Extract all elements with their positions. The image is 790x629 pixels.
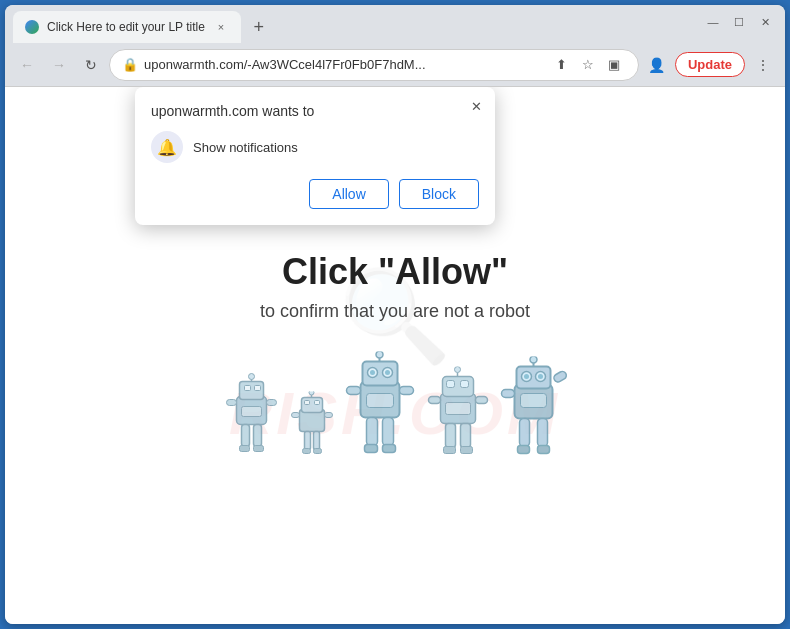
robot-5 [499,356,569,461]
svg-rect-62 [553,370,568,383]
svg-rect-7 [267,399,277,405]
robot-1 [222,371,282,461]
toolbar-right: 👤 Update ⋮ [643,51,777,79]
bell-icon: 🔔 [151,131,183,163]
popup-title: uponwarmth.com wants to [151,103,479,119]
block-button[interactable]: Block [399,179,479,209]
svg-rect-23 [303,448,311,453]
svg-rect-34 [400,386,414,394]
svg-point-60 [530,356,537,363]
svg-rect-3 [255,385,261,390]
svg-rect-9 [254,424,262,446]
svg-rect-49 [461,423,471,447]
forward-button[interactable]: → [45,51,73,79]
svg-rect-42 [447,380,455,387]
svg-rect-19 [292,412,300,417]
svg-rect-61 [502,389,515,397]
url-actions: ⬆ ☆ ▣ [550,53,626,77]
svg-rect-63 [520,418,530,446]
title-bar: Click Here to edit your LP title × + — ☐… [5,5,785,43]
svg-point-5 [249,373,255,379]
svg-point-30 [385,370,390,375]
url-text: uponwarmth.com/-Aw3WCcel4l7Fr0Fb0F7hdM..… [144,57,544,72]
svg-rect-47 [476,396,488,403]
popup-close-button[interactable]: ✕ [465,95,487,117]
svg-point-29 [370,370,375,375]
svg-rect-64 [538,418,548,446]
svg-rect-11 [254,445,264,451]
svg-rect-8 [242,424,250,446]
svg-rect-35 [367,417,378,445]
popup-buttons: Allow Block [151,179,479,209]
svg-rect-6 [227,399,237,405]
page-subheading: to confirm that you are not a robot [222,300,569,321]
notification-popup: uponwarmth.com wants to ✕ 🔔 Show notific… [135,87,495,225]
window-controls: — ☐ ✕ [701,10,777,38]
svg-rect-33 [347,386,361,394]
svg-rect-36 [383,417,394,445]
svg-rect-21 [305,431,311,449]
svg-rect-22 [314,431,320,449]
page-content: 🔍 RISH.COM uponwarmth.com wants to ✕ 🔔 S… [5,87,785,624]
tab-close-button[interactable]: × [213,19,229,35]
svg-rect-52 [446,402,471,414]
maximize-button[interactable]: ☐ [727,10,751,34]
svg-rect-38 [383,444,396,452]
share-icon[interactable]: ⬆ [550,53,574,77]
update-button[interactable]: Update [675,52,745,77]
lock-icon: 🔒 [122,57,138,72]
robot-3 [343,351,418,461]
svg-point-58 [538,374,543,379]
svg-rect-12 [242,406,262,416]
svg-rect-10 [240,445,250,451]
back-button[interactable]: ← [13,51,41,79]
robot-4 [426,366,491,461]
url-bar[interactable]: 🔒 uponwarmth.com/-Aw3WCcel4l7Fr0Fb0F7hdM… [109,49,639,81]
svg-point-45 [455,366,461,372]
more-menu-icon[interactable]: ⋮ [749,51,777,79]
svg-rect-15 [305,400,310,404]
svg-rect-20 [325,412,333,417]
robot-2 [290,391,335,461]
svg-rect-24 [314,448,322,453]
svg-point-18 [309,391,314,395]
bookmark-icon[interactable]: ☆ [576,53,600,77]
extensions-icon[interactable]: ▣ [602,53,626,77]
page-heading: Click "Allow" [222,250,569,292]
tab-title: Click Here to edit your LP title [47,20,205,34]
browser-window: Click Here to edit your LP title × + — ☐… [5,5,785,624]
popup-notification-text: Show notifications [193,140,298,155]
svg-point-57 [524,374,529,379]
reload-button[interactable]: ↻ [77,51,105,79]
allow-button[interactable]: Allow [309,179,388,209]
svg-point-32 [376,351,383,358]
svg-rect-39 [367,393,394,407]
profile-icon[interactable]: 👤 [643,51,671,79]
svg-rect-66 [538,445,550,453]
browser-tab[interactable]: Click Here to edit your LP title × [13,11,241,43]
svg-rect-51 [461,446,473,453]
page-main-content: Click "Allow" to confirm that you are no… [222,250,569,461]
tab-strip: Click Here to edit your LP title × + [13,5,701,43]
new-tab-button[interactable]: + [245,13,273,41]
svg-rect-46 [429,396,441,403]
minimize-button[interactable]: — [701,10,725,34]
robots-illustration [222,351,569,461]
svg-rect-16 [315,400,320,404]
svg-rect-14 [302,397,323,412]
tab-favicon [25,20,39,34]
svg-rect-2 [245,385,251,390]
svg-rect-43 [461,380,469,387]
svg-rect-50 [444,446,456,453]
svg-rect-67 [521,393,547,407]
close-button[interactable]: ✕ [753,10,777,34]
svg-rect-37 [365,444,378,452]
svg-rect-65 [518,445,530,453]
popup-notification-row: 🔔 Show notifications [151,131,479,163]
address-bar: ← → ↻ 🔒 uponwarmth.com/-Aw3WCcel4l7Fr0Fb… [5,43,785,87]
svg-rect-48 [446,423,456,447]
